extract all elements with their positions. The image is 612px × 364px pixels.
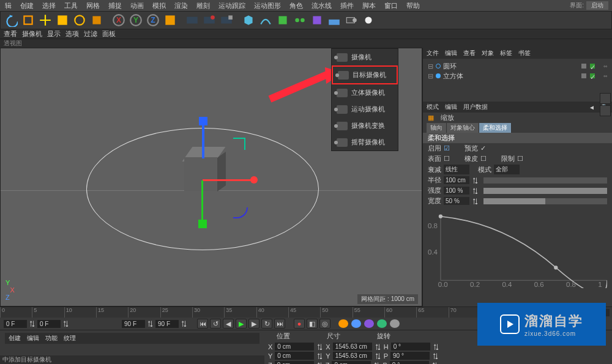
axis-z[interactable] xyxy=(201,180,203,223)
width-slider[interactable] xyxy=(483,198,607,204)
viewport-tab[interactable]: 查看 xyxy=(4,29,17,39)
move-icon[interactable] xyxy=(37,12,53,28)
objmgr-tab[interactable]: 文件 xyxy=(427,49,439,58)
axis-y[interactable] xyxy=(202,122,204,158)
menu-item[interactable]: 插件 xyxy=(338,0,356,11)
attr-tab[interactable]: 编辑 xyxy=(445,103,457,111)
menu-item[interactable]: 运动图形 xyxy=(252,0,283,11)
viewport-tab[interactable]: 显示 xyxy=(47,29,61,39)
menu-item[interactable]: 创建 xyxy=(18,0,36,11)
env-icon[interactable] xyxy=(326,12,342,28)
strength-input[interactable]: 100 % xyxy=(444,187,469,195)
menu-item[interactable]: 选择 xyxy=(40,0,58,11)
mode-select[interactable]: 全部 xyxy=(494,165,520,174)
objmgr-tab[interactable]: 对象 xyxy=(482,49,494,58)
step-back-button[interactable]: ↺ xyxy=(210,319,221,329)
layout-launch-button[interactable]: 启动 xyxy=(586,1,608,10)
preview-start[interactable]: 0 F xyxy=(37,320,61,328)
radius-slider[interactable] xyxy=(483,177,607,184)
cube-primitive-icon[interactable] xyxy=(241,12,256,28)
attr-tab[interactable]: 模式 xyxy=(427,103,439,111)
scale-icon[interactable] xyxy=(54,12,70,28)
prev-frame-button[interactable]: ◀ xyxy=(223,319,234,329)
camera-menu-item[interactable]: 目标摄像机 xyxy=(332,65,398,84)
viewport-tab[interactable]: 面板 xyxy=(102,29,116,39)
x-lock-icon[interactable]: X xyxy=(111,12,127,28)
menu-item[interactable]: 帮助 xyxy=(404,0,422,11)
menu-item[interactable]: 运动跟踪 xyxy=(216,0,248,11)
material-tab[interactable]: 编辑 xyxy=(27,334,39,343)
camera-menu-item[interactable]: 运动摄像机 xyxy=(332,101,398,117)
rotate-icon[interactable] xyxy=(72,12,88,28)
keysel-button[interactable]: ◎ xyxy=(319,319,330,329)
z-lock-icon[interactable]: Z xyxy=(145,12,161,28)
play-button[interactable]: ▶ xyxy=(236,319,247,329)
object-row[interactable]: ⊟立方体✓◦◦ xyxy=(428,71,607,81)
undo-icon[interactable] xyxy=(3,12,19,28)
viewport-tab[interactable]: 过滤 xyxy=(84,29,97,39)
tool-a-icon[interactable] xyxy=(600,93,611,104)
y-lock-icon[interactable]: Y xyxy=(128,12,144,28)
menu-item[interactable]: 雕刻 xyxy=(194,0,212,11)
material-tab[interactable]: 功能 xyxy=(45,334,58,343)
menu-item[interactable]: 渲染 xyxy=(172,0,190,11)
tool-b-icon[interactable] xyxy=(600,105,611,116)
material-tab[interactable]: 纹理 xyxy=(64,334,76,343)
menu-item[interactable]: 辑 xyxy=(2,0,14,11)
render-icon[interactable] xyxy=(184,12,200,28)
menu-item[interactable]: 工具 xyxy=(62,0,80,11)
goto-start-button[interactable]: ⏮ xyxy=(197,319,208,329)
menu-item[interactable]: 动画 xyxy=(128,0,146,11)
viewport[interactable]: Y XZ 网格间距 : 1000 cm 摄像机目标摄像机立体摄像机运动摄像机摄像… xyxy=(0,48,422,306)
falloff-select[interactable]: 线性 xyxy=(444,165,469,174)
step-fwd-button[interactable]: ↻ xyxy=(261,319,272,329)
range-end[interactable]: 90 F xyxy=(155,320,179,328)
autokey-button[interactable]: ◧ xyxy=(307,319,318,329)
width-input[interactable]: 50 % xyxy=(444,197,469,205)
menu-item[interactable]: 窗口 xyxy=(382,0,400,11)
light-icon[interactable] xyxy=(360,12,376,28)
key-pla-icon[interactable] xyxy=(390,319,400,328)
camera-icon[interactable] xyxy=(343,12,359,28)
menu-item[interactable]: 模拟 xyxy=(150,0,168,11)
menu-item[interactable]: 脚本 xyxy=(360,0,378,11)
axis-x[interactable] xyxy=(203,179,252,181)
range-start[interactable]: 0 F xyxy=(4,320,27,328)
camera-menu-item[interactable]: 摄像机变换 xyxy=(332,117,398,134)
attr-tab[interactable]: 用户数据 xyxy=(463,103,488,111)
key-pos-icon[interactable] xyxy=(338,319,348,328)
deformer-icon[interactable] xyxy=(309,12,325,28)
camera-menu-item[interactable]: 摄像机 xyxy=(332,49,398,65)
select-icon[interactable] xyxy=(20,12,36,28)
renderset-icon[interactable] xyxy=(218,12,234,28)
viewport-tab[interactable]: 选项 xyxy=(65,29,79,39)
radius-input[interactable]: 100 cm xyxy=(444,176,469,184)
attr-subtab[interactable]: 轴向 xyxy=(427,123,447,133)
objmgr-tab[interactable]: 标签 xyxy=(500,49,512,58)
goto-end-button[interactable]: ⏭ xyxy=(274,319,285,329)
lastused-icon[interactable] xyxy=(89,12,105,28)
renderpv-icon[interactable] xyxy=(201,12,217,28)
record-button[interactable]: ● xyxy=(294,319,305,329)
camera-menu-item[interactable]: 摇臂摄像机 xyxy=(332,134,398,150)
objmgr-tab[interactable]: 编辑 xyxy=(445,49,457,58)
viewport-tab[interactable]: 摄像机 xyxy=(22,29,42,39)
coord-icon[interactable] xyxy=(162,12,178,28)
key-param-icon[interactable] xyxy=(377,319,387,328)
objmgr-tab[interactable]: 查看 xyxy=(463,49,476,58)
attr-subtab[interactable]: 柔和选择 xyxy=(479,123,512,133)
next-frame-button[interactable]: ▶ xyxy=(248,319,259,329)
attr-subtab[interactable]: 对象轴心 xyxy=(447,123,479,133)
nurbs-icon[interactable] xyxy=(275,12,291,28)
preview-end[interactable]: 90 F xyxy=(122,320,145,328)
strength-slider[interactable] xyxy=(483,188,607,194)
falloff-curve[interactable]: 0.8 0.4 0.0 0.2 0.4 0.6 0.8 1 xyxy=(428,209,607,288)
objmgr-tab[interactable]: 书签 xyxy=(518,49,531,58)
object-row[interactable]: ⊟圆环✓◦◦ xyxy=(428,61,607,71)
menu-item[interactable]: 网格 xyxy=(84,0,102,11)
plane-handle-1[interactable] xyxy=(233,138,245,150)
key-scale-icon[interactable] xyxy=(351,319,361,328)
material-tab[interactable]: 创建 xyxy=(9,334,21,343)
camera-menu-item[interactable]: 立体摄像机 xyxy=(332,84,398,101)
spline-icon[interactable] xyxy=(258,12,274,28)
